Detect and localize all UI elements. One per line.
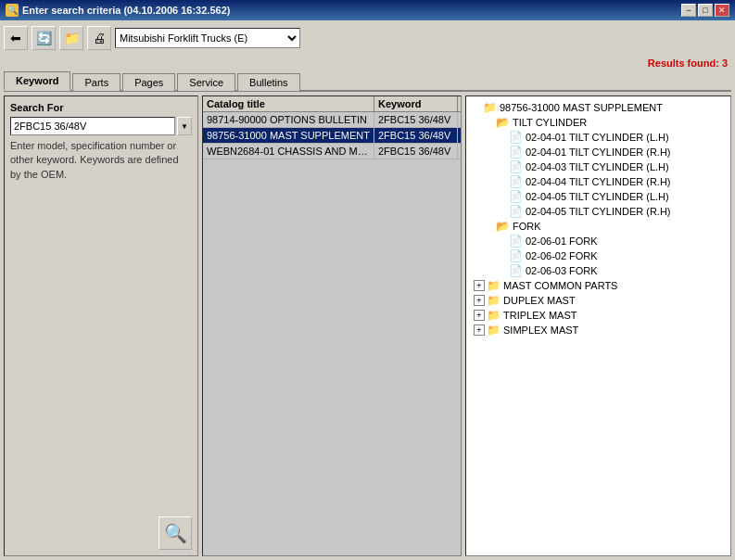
doc-icon: 📄 xyxy=(509,190,523,203)
tree-node-fork-grp[interactable]: 📂 FORK xyxy=(470,219,727,234)
search-dropdown-btn[interactable]: ▼ xyxy=(177,117,192,135)
doc-icon: 📄 xyxy=(509,146,523,159)
table-row[interactable]: 98714-90000 OPTIONS BULLETIN 2FBC15 36/4… xyxy=(203,112,461,128)
table-row[interactable]: 98756-31000 MAST SUPPLEMENT 2FBC15 36/48… xyxy=(203,128,461,144)
tab-pages[interactable]: Pages xyxy=(122,73,175,91)
tree-label: DUPLEX MAST xyxy=(503,295,576,306)
minimize-button[interactable]: − xyxy=(681,4,696,17)
maximize-button[interactable]: □ xyxy=(698,4,713,17)
window-title: Enter search criteria (04.10.2006 16:32.… xyxy=(22,5,230,16)
tree-node-t1[interactable]: 📄 02-04-01 TILT CYLINDER (L.H) xyxy=(470,130,727,145)
expand-icon[interactable]: + xyxy=(474,280,485,291)
doc-icon: 📄 xyxy=(509,249,523,262)
folder-icon: 📁 xyxy=(487,324,501,337)
doc-icon: 📄 xyxy=(509,264,523,277)
tree-node-sim[interactable]: + 📁 SIMPLEX MAST xyxy=(470,323,727,337)
tree-label: 02-06-03 FORK xyxy=(526,265,598,276)
folder-icon: 📁 xyxy=(487,309,501,322)
folder-icon: 📁 xyxy=(483,101,497,114)
main-content: Search For ▼ Enter model, specification … xyxy=(4,95,731,556)
expand-icon[interactable]: + xyxy=(474,295,485,306)
doc-icon: 📄 xyxy=(509,131,523,144)
model-select[interactable]: Mitsubishi Forklift Trucks (E) xyxy=(115,28,300,48)
print-button[interactable]: 🖨 xyxy=(87,26,111,50)
tree-label: SIMPLEX MAST xyxy=(503,325,578,336)
tree-node-t3[interactable]: 📄 02-04-03 TILT CYLINDER (L.H) xyxy=(470,159,727,174)
tree-node-dup[interactable]: + 📁 DUPLEX MAST xyxy=(470,293,727,308)
tree-node-mcp[interactable]: + 📁 MAST COMMON PARTS xyxy=(470,278,727,293)
center-panel: Catalog title Keyword 98714-90000 OPTION… xyxy=(202,95,462,556)
tree-node-f1[interactable]: 📄 02-06-01 FORK xyxy=(470,234,727,248)
tree-node-t5[interactable]: 📄 02-04-05 TILT CYLINDER (L.H) xyxy=(470,189,727,204)
search-icon-area: 🔍 xyxy=(10,424,192,550)
window-body: ⬅ 🔄 📁 🖨 Mitsubishi Forklift Trucks (E) R… xyxy=(0,20,735,560)
search-magnifier-icon: 🔍 xyxy=(164,522,187,544)
doc-icon: 📄 xyxy=(509,205,523,218)
tree-label: 02-04-05 TILT CYLINDER (L.H) xyxy=(526,191,669,202)
table-cell-keyword: 2FBC15 36/48V xyxy=(374,112,458,127)
doc-icon: 📄 xyxy=(509,235,523,248)
tree-node-root[interactable]: 📁 98756-31000 MAST SUPPLEMENT xyxy=(470,100,727,115)
search-input-row: ▼ xyxy=(10,117,192,135)
table-cell-keyword: 2FBC15 36/48V xyxy=(374,128,458,143)
window-controls: − □ ✕ xyxy=(681,4,729,17)
right-tree-panel: 📁 98756-31000 MAST SUPPLEMENT 📂 TILT CYL… xyxy=(465,95,731,556)
table-cell-catalog: 98756-31000 MAST SUPPLEMENT xyxy=(203,128,374,143)
table-header: Catalog title Keyword xyxy=(203,96,461,112)
tree-label: MAST COMMON PARTS xyxy=(503,280,617,291)
folder-icon: 📁 xyxy=(487,279,501,292)
hint-text: Enter model, specification number or oth… xyxy=(10,139,192,182)
refresh-button[interactable]: 🔄 xyxy=(32,26,56,50)
tree-label: FORK xyxy=(513,221,541,232)
tree-node-tilt-cyl[interactable]: 📂 TILT CYLINDER xyxy=(470,115,727,130)
tree-label: 02-04-03 TILT CYLINDER (L.H) xyxy=(526,161,669,172)
tree-label: 02-04-01 TILT CYLINDER (R.H) xyxy=(526,146,671,158)
tab-keyword[interactable]: Keyword xyxy=(4,71,70,91)
folder-icon: 📂 xyxy=(496,116,510,129)
tree-label: 02-06-02 FORK xyxy=(526,250,598,261)
search-for-label: Search For xyxy=(10,102,192,113)
folder-button[interactable]: 📁 xyxy=(59,26,83,50)
expand-icon[interactable]: + xyxy=(474,310,485,321)
expand-icon[interactable]: + xyxy=(474,325,485,336)
tree-label: 02-04-05 TILT CYLINDER (R.H) xyxy=(526,206,671,217)
tree-label: 02-04-04 TILT CYLINDER (R.H) xyxy=(526,176,671,187)
tree-node-t6[interactable]: 📄 02-04-05 TILT CYLINDER (R.H) xyxy=(470,204,727,219)
folder-icon: 📁 xyxy=(487,294,501,307)
tree-node-t2[interactable]: 📄 02-04-01 TILT CYLINDER (R.H) xyxy=(470,145,727,159)
col-header-catalog[interactable]: Catalog title xyxy=(203,96,374,111)
tree-node-f3[interactable]: 📄 02-06-03 FORK xyxy=(470,263,727,278)
title-bar: 🔍 Enter search criteria (04.10.2006 16:3… xyxy=(0,0,735,20)
left-panel: Search For ▼ Enter model, specification … xyxy=(4,95,198,556)
tree-label: TRIPLEX MAST xyxy=(503,310,577,321)
model-dropdown[interactable]: Mitsubishi Forklift Trucks (E) xyxy=(115,28,300,48)
toolbar: ⬅ 🔄 📁 🖨 Mitsubishi Forklift Trucks (E) xyxy=(4,24,731,52)
tree-label: 02-04-01 TILT CYLINDER (L.H) xyxy=(526,132,669,143)
tree-label: 98756-31000 MAST SUPPLEMENT xyxy=(500,102,663,113)
tab-bulletins[interactable]: Bulletins xyxy=(237,73,300,91)
close-button[interactable]: ✕ xyxy=(715,4,729,17)
tree-node-t4[interactable]: 📄 02-04-04 TILT CYLINDER (R.H) xyxy=(470,174,727,189)
tree-node-tri[interactable]: + 📁 TRIPLEX MAST xyxy=(470,308,727,323)
tree-node-f2[interactable]: 📄 02-06-02 FORK xyxy=(470,248,727,263)
tree-label: 02-06-01 FORK xyxy=(526,235,598,247)
table-cell-keyword: 2FBC15 36/48V xyxy=(374,144,458,159)
folder-icon: 📂 xyxy=(496,220,510,233)
tab-parts[interactable]: Parts xyxy=(72,73,120,91)
doc-icon: 📄 xyxy=(509,175,523,188)
table-cell-catalog: 98714-90000 OPTIONS BULLETIN xyxy=(203,112,374,127)
search-button[interactable]: 🔍 xyxy=(158,516,192,550)
doc-icon: 📄 xyxy=(509,160,523,173)
tab-bar: Keyword Parts Pages Service Bulletins xyxy=(4,70,731,92)
tree-label: TILT CYLINDER xyxy=(513,117,587,128)
col-header-keyword[interactable]: Keyword xyxy=(374,96,458,111)
table-row[interactable]: WEBN2684-01 CHASSIS AND MAST 2FBC15 36/4… xyxy=(203,144,461,159)
search-input[interactable] xyxy=(10,117,175,135)
results-count: Results found: 3 xyxy=(648,57,728,69)
back-button[interactable]: ⬅ xyxy=(4,26,28,50)
results-bar: Results found: 3 xyxy=(4,56,731,70)
tab-service[interactable]: Service xyxy=(177,73,235,91)
table-body: 98714-90000 OPTIONS BULLETIN 2FBC15 36/4… xyxy=(203,112,461,555)
app-icon: 🔍 xyxy=(6,4,19,17)
table-cell-catalog: WEBN2684-01 CHASSIS AND MAST xyxy=(203,144,374,159)
